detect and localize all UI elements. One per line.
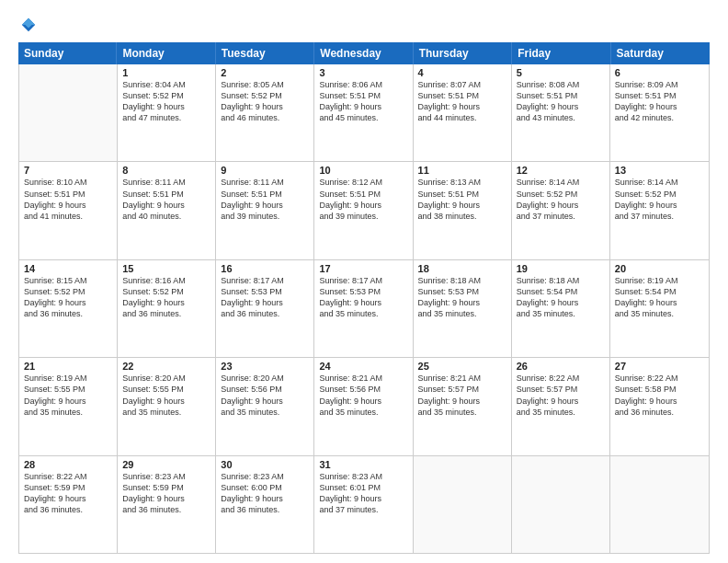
day-number: 4	[418, 67, 506, 78]
day-info: Sunrise: 8:06 AMSunset: 5:51 PMDaylight:…	[319, 79, 407, 124]
calendar-cell: 11Sunrise: 8:13 AMSunset: 5:51 PMDayligh…	[414, 162, 512, 259]
weekday-header: Monday	[117, 42, 215, 64]
weekday-header: Tuesday	[216, 42, 314, 64]
weekday-header: Saturday	[611, 42, 710, 64]
day-info: Sunrise: 8:17 AMSunset: 5:53 PMDaylight:…	[221, 275, 309, 320]
calendar-cell: 6Sunrise: 8:09 AMSunset: 5:51 PMDaylight…	[610, 64, 709, 161]
calendar-cell: 30Sunrise: 8:23 AMSunset: 6:00 PMDayligh…	[216, 456, 314, 553]
day-number: 19	[517, 263, 605, 274]
weekday-header: Sunday	[18, 42, 117, 64]
day-info: Sunrise: 8:14 AMSunset: 5:52 PMDaylight:…	[517, 177, 605, 222]
calendar-cell: 22Sunrise: 8:20 AMSunset: 5:55 PMDayligh…	[118, 358, 216, 454]
calendar-cell	[610, 456, 709, 553]
day-info: Sunrise: 8:17 AMSunset: 5:53 PMDaylight:…	[319, 275, 407, 320]
calendar-cell: 3Sunrise: 8:06 AMSunset: 5:51 PMDaylight…	[314, 64, 413, 161]
day-info: Sunrise: 8:21 AMSunset: 5:56 PMDaylight:…	[319, 373, 407, 418]
weekday-header: Wednesday	[314, 42, 413, 64]
day-info: Sunrise: 8:19 AMSunset: 5:55 PMDaylight:…	[24, 373, 112, 418]
calendar-cell: 10Sunrise: 8:12 AMSunset: 5:51 PMDayligh…	[314, 162, 413, 259]
day-info: Sunrise: 8:12 AMSunset: 5:51 PMDaylight:…	[319, 177, 407, 222]
calendar-cell: 31Sunrise: 8:23 AMSunset: 6:01 PMDayligh…	[314, 456, 413, 553]
day-info: Sunrise: 8:18 AMSunset: 5:53 PMDaylight:…	[418, 275, 506, 320]
calendar-cell: 19Sunrise: 8:18 AMSunset: 5:54 PMDayligh…	[512, 260, 610, 357]
calendar-header: SundayMondayTuesdayWednesdayThursdayFrid…	[18, 42, 710, 64]
day-info: Sunrise: 8:23 AMSunset: 5:59 PMDaylight:…	[122, 471, 210, 516]
day-number: 18	[418, 263, 506, 274]
calendar-cell: 9Sunrise: 8:11 AMSunset: 5:51 PMDaylight…	[216, 162, 314, 259]
day-info: Sunrise: 8:22 AMSunset: 5:58 PMDaylight:…	[615, 373, 704, 418]
calendar-cell: 24Sunrise: 8:21 AMSunset: 5:56 PMDayligh…	[314, 358, 413, 454]
calendar-cell: 8Sunrise: 8:11 AMSunset: 5:51 PMDaylight…	[118, 162, 216, 259]
weekday-header: Friday	[512, 42, 610, 64]
day-info: Sunrise: 8:15 AMSunset: 5:52 PMDaylight:…	[24, 275, 112, 320]
day-number: 21	[24, 361, 112, 372]
day-number: 31	[319, 459, 407, 470]
day-info: Sunrise: 8:11 AMSunset: 5:51 PMDaylight:…	[122, 177, 210, 222]
day-number: 7	[24, 165, 112, 176]
calendar-cell: 20Sunrise: 8:19 AMSunset: 5:54 PMDayligh…	[610, 260, 709, 357]
day-info: Sunrise: 8:04 AMSunset: 5:52 PMDaylight:…	[122, 79, 210, 124]
calendar-cell: 17Sunrise: 8:17 AMSunset: 5:53 PMDayligh…	[314, 260, 413, 357]
day-info: Sunrise: 8:16 AMSunset: 5:52 PMDaylight:…	[122, 275, 210, 320]
day-info: Sunrise: 8:23 AMSunset: 6:01 PMDaylight:…	[319, 471, 407, 516]
day-info: Sunrise: 8:08 AMSunset: 5:51 PMDaylight:…	[517, 79, 605, 124]
calendar-cell: 14Sunrise: 8:15 AMSunset: 5:52 PMDayligh…	[19, 260, 118, 357]
calendar-cell: 23Sunrise: 8:20 AMSunset: 5:56 PMDayligh…	[216, 358, 314, 454]
day-info: Sunrise: 8:05 AMSunset: 5:52 PMDaylight:…	[221, 79, 309, 124]
calendar-cell: 28Sunrise: 8:22 AMSunset: 5:59 PMDayligh…	[19, 456, 118, 553]
day-info: Sunrise: 8:20 AMSunset: 5:55 PMDaylight:…	[122, 373, 210, 418]
calendar-cell: 18Sunrise: 8:18 AMSunset: 5:53 PMDayligh…	[414, 260, 512, 357]
calendar: SundayMondayTuesdayWednesdayThursdayFrid…	[18, 42, 710, 554]
day-info: Sunrise: 8:13 AMSunset: 5:51 PMDaylight:…	[418, 177, 506, 222]
day-info: Sunrise: 8:21 AMSunset: 5:57 PMDaylight:…	[418, 373, 506, 418]
calendar-cell: 12Sunrise: 8:14 AMSunset: 5:52 PMDayligh…	[512, 162, 610, 259]
day-number: 5	[517, 67, 605, 78]
day-number: 2	[221, 67, 309, 78]
calendar-cell: 1Sunrise: 8:04 AMSunset: 5:52 PMDaylight…	[118, 64, 216, 161]
day-number: 26	[517, 361, 605, 372]
calendar-cell	[414, 456, 512, 553]
day-info: Sunrise: 8:09 AMSunset: 5:51 PMDaylight:…	[615, 79, 704, 124]
day-number: 13	[615, 165, 704, 176]
day-number: 23	[221, 361, 309, 372]
day-number: 15	[122, 263, 210, 274]
day-info: Sunrise: 8:18 AMSunset: 5:54 PMDaylight:…	[517, 275, 605, 320]
day-info: Sunrise: 8:19 AMSunset: 5:54 PMDaylight:…	[615, 275, 704, 320]
day-number: 1	[122, 67, 210, 78]
day-number: 28	[24, 459, 112, 470]
day-number: 25	[418, 361, 506, 372]
calendar-cell: 26Sunrise: 8:22 AMSunset: 5:57 PMDayligh…	[512, 358, 610, 454]
day-info: Sunrise: 8:22 AMSunset: 5:57 PMDaylight:…	[517, 373, 605, 418]
calendar-cell	[19, 64, 118, 161]
calendar-cell: 29Sunrise: 8:23 AMSunset: 5:59 PMDayligh…	[118, 456, 216, 553]
day-number: 29	[122, 459, 210, 470]
calendar-week: 21Sunrise: 8:19 AMSunset: 5:55 PMDayligh…	[19, 358, 709, 455]
day-info: Sunrise: 8:14 AMSunset: 5:52 PMDaylight:…	[615, 177, 704, 222]
calendar-cell: 27Sunrise: 8:22 AMSunset: 5:58 PMDayligh…	[610, 358, 709, 454]
day-number: 20	[615, 263, 704, 274]
day-number: 27	[615, 361, 704, 372]
calendar-week: 14Sunrise: 8:15 AMSunset: 5:52 PMDayligh…	[19, 260, 709, 358]
day-number: 16	[221, 263, 309, 274]
page: SundayMondayTuesdayWednesdayThursdayFrid…	[0, 0, 728, 563]
day-info: Sunrise: 8:11 AMSunset: 5:51 PMDaylight:…	[221, 177, 309, 222]
calendar-cell: 7Sunrise: 8:10 AMSunset: 5:51 PMDaylight…	[19, 162, 118, 259]
weekday-header: Thursday	[414, 42, 512, 64]
calendar-cell: 4Sunrise: 8:07 AMSunset: 5:51 PMDaylight…	[414, 64, 512, 161]
calendar-body: 1Sunrise: 8:04 AMSunset: 5:52 PMDaylight…	[18, 64, 710, 554]
day-info: Sunrise: 8:10 AMSunset: 5:51 PMDaylight:…	[24, 177, 112, 222]
day-number: 3	[319, 67, 407, 78]
day-info: Sunrise: 8:07 AMSunset: 5:51 PMDaylight:…	[418, 79, 506, 124]
day-number: 22	[122, 361, 210, 372]
calendar-week: 1Sunrise: 8:04 AMSunset: 5:52 PMDaylight…	[19, 64, 709, 162]
calendar-cell: 13Sunrise: 8:14 AMSunset: 5:52 PMDayligh…	[610, 162, 709, 259]
day-number: 24	[319, 361, 407, 372]
calendar-cell: 25Sunrise: 8:21 AMSunset: 5:57 PMDayligh…	[414, 358, 512, 454]
calendar-cell	[512, 456, 610, 553]
logo-icon	[20, 17, 37, 33]
day-number: 12	[517, 165, 605, 176]
calendar-cell: 15Sunrise: 8:16 AMSunset: 5:52 PMDayligh…	[118, 260, 216, 357]
day-number: 17	[319, 263, 407, 274]
calendar-cell: 16Sunrise: 8:17 AMSunset: 5:53 PMDayligh…	[216, 260, 314, 357]
calendar-week: 28Sunrise: 8:22 AMSunset: 5:59 PMDayligh…	[19, 456, 709, 553]
